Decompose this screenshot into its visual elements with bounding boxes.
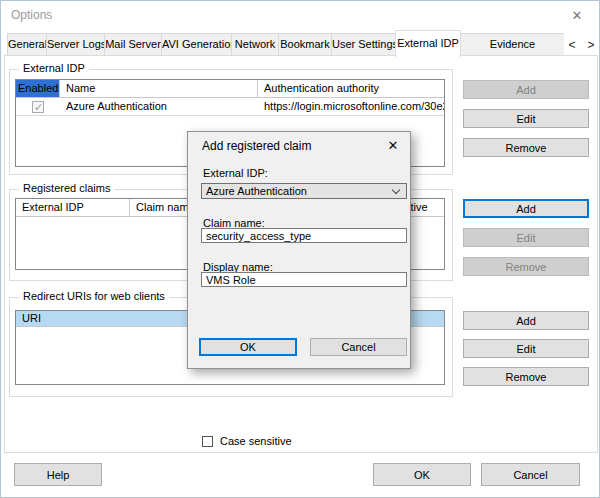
checkbox-checked-icon[interactable] bbox=[32, 101, 44, 113]
chevron-down-icon bbox=[392, 186, 400, 194]
redirect-uris-add-button[interactable]: Add bbox=[463, 311, 589, 330]
column-header-enabled[interactable]: Enabled bbox=[16, 80, 60, 98]
tab-avi-generation[interactable]: AVI Generation bbox=[161, 33, 232, 56]
table-row[interactable]: Azure Authentication https://login.micro… bbox=[16, 98, 444, 116]
cancel-button[interactable]: Cancel bbox=[481, 463, 580, 486]
tab-general[interactable]: General bbox=[7, 33, 47, 56]
external-idp-edit-button[interactable]: Edit bbox=[463, 109, 589, 128]
options-window: Options ✕ General Server Logs Mail Serve… bbox=[0, 0, 600, 498]
column-header-external-idp[interactable]: External IDP bbox=[16, 199, 130, 217]
registered-claims-edit-button[interactable]: Edit bbox=[463, 228, 589, 247]
dialog-ok-button[interactable]: OK bbox=[199, 338, 297, 356]
redirect-uris-edit-button[interactable]: Edit bbox=[463, 339, 589, 358]
ok-button[interactable]: OK bbox=[373, 463, 471, 486]
external-idp-table-header: Enabled Name Authentication authority bbox=[16, 80, 444, 98]
title-bar: Options ✕ bbox=[1, 1, 599, 31]
column-header-name[interactable]: Name bbox=[60, 80, 258, 98]
window-title: Options bbox=[11, 8, 52, 22]
tab-bookmark[interactable]: Bookmark bbox=[278, 33, 332, 56]
tab-evidence[interactable]: Evidence bbox=[460, 33, 564, 56]
external-idp-select[interactable]: Azure Authentication bbox=[201, 183, 407, 199]
tab-network[interactable]: Network bbox=[231, 33, 279, 56]
registered-claims-add-button[interactable]: Add bbox=[463, 199, 589, 218]
external-idp-add-button[interactable]: Add bbox=[463, 80, 589, 99]
column-header-authentication-authority[interactable]: Authentication authority bbox=[258, 80, 444, 98]
tab-user-settings[interactable]: User Settings bbox=[331, 33, 396, 56]
external-idp-selected-value: Azure Authentication bbox=[206, 185, 307, 197]
external-idp-label: External IDP: bbox=[203, 167, 268, 179]
tab-server-logs[interactable]: Server Logs bbox=[46, 33, 105, 56]
close-icon[interactable]: ✕ bbox=[567, 6, 587, 26]
display-name-input[interactable] bbox=[201, 272, 407, 287]
dialog-title: Add registered claim bbox=[202, 139, 311, 153]
case-sensitive-label: Case sensitive bbox=[220, 435, 292, 447]
external-idp-remove-button[interactable]: Remove bbox=[463, 138, 589, 157]
tab-scroll-left-icon[interactable]: < bbox=[565, 38, 579, 54]
external-idp-group-label: External IDP bbox=[19, 62, 89, 74]
authority-cell: https://login.microsoftonline.com/30e28.… bbox=[258, 98, 444, 115]
name-cell: Azure Authentication bbox=[60, 98, 258, 115]
registered-claims-remove-button[interactable]: Remove bbox=[463, 257, 589, 276]
claim-name-input[interactable] bbox=[201, 228, 407, 243]
help-button[interactable]: Help bbox=[14, 463, 102, 486]
enabled-cell bbox=[16, 98, 60, 115]
redirect-uris-group-label: Redirect URIs for web clients bbox=[19, 290, 169, 302]
registered-claims-group-label: Registered claims bbox=[19, 182, 114, 194]
tab-external-idp[interactable]: External IDP bbox=[395, 30, 461, 57]
add-registered-claim-dialog: Add registered claim ✕ External IDP: Azu… bbox=[187, 131, 411, 369]
tab-mail-server[interactable]: Mail Server bbox=[104, 33, 162, 56]
redirect-uris-remove-button[interactable]: Remove bbox=[463, 367, 589, 386]
case-sensitive-checkbox[interactable] bbox=[202, 436, 213, 447]
tab-scroll-right-icon[interactable]: > bbox=[584, 38, 598, 54]
dialog-close-icon[interactable]: ✕ bbox=[384, 137, 402, 155]
dialog-cancel-button[interactable]: Cancel bbox=[310, 338, 407, 356]
